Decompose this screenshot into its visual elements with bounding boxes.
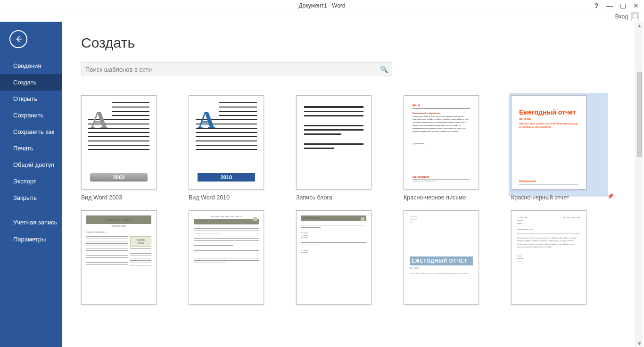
vertical-scrollbar[interactable]: ▲ ▼ [636, 22, 643, 347]
scroll-up-icon[interactable]: ▲ [636, 22, 643, 29]
template-resume2[interactable]: XXXXXXXXXXXXXXXXXXXXXXXXX [189, 210, 283, 309]
sidebar-item-new[interactable]: Создать [0, 74, 62, 91]
sidebar-item-saveas[interactable]: Сохранить как [0, 124, 62, 140]
report-title: Ежегодный отчет [519, 109, 578, 116]
template-word2003[interactable]: A 2003 Вид Word 2003 [81, 95, 175, 201]
sidebar-item-options[interactable]: Параметры [0, 231, 62, 248]
template-search[interactable]: 🔍 [81, 62, 392, 76]
report-desc: [Введите здесь краткое описание и ключев… [519, 122, 578, 128]
template-blog[interactable]: Запись блога [296, 95, 390, 201]
report-subtitle: ФГ [Год] [519, 117, 578, 120]
sidebar-item-print[interactable]: Печать [0, 140, 62, 157]
signin-row: Вход [0, 11, 644, 22]
template-label: Вид Word 2003 [81, 194, 175, 201]
template-letter2[interactable]: XXXXXXXXxxxxxxxxxxx XXXXXXXXXXXXXX xxxxx… [511, 210, 605, 309]
search-input[interactable] [85, 66, 380, 73]
minimize-button[interactable]: — [605, 2, 614, 9]
template-label: Красно-черный отчет [511, 194, 605, 201]
back-button[interactable] [9, 30, 27, 48]
page-title: Создать [81, 35, 625, 51]
window-title: Документ1 - Word [298, 2, 345, 9]
sidebar-item-close[interactable]: Закрыть [0, 190, 62, 206]
year-badge: 2010 [198, 173, 255, 182]
sidebar-item-open[interactable]: Открыть [0, 91, 62, 107]
backstage-main: Создать 🔍 A 2003 Вид Word 2003 A 201 [62, 22, 644, 347]
template-redblack-letter[interactable]: [Дата] Уважаемый получатель, Lorem ipsum… [404, 95, 498, 201]
template-resume1[interactable]: XXXXXXX XXXX XXXXXXX XXXX XXXXXXX XXXXXX… [81, 210, 175, 309]
sidebar-item-account[interactable]: Учетная запись [0, 214, 62, 231]
template-label: Красно-черное письмо [404, 194, 498, 201]
template-bluereport[interactable]: xxxxxxxxxxxxxxxxxxxx ЕЖЕГОДНЫЙ ОТЧЕТ ФГ … [404, 210, 498, 309]
sidebar-item-save[interactable]: Сохранить [0, 107, 62, 124]
year-badge: 2003 [90, 173, 148, 182]
template-label: Вид Word 2010 [189, 194, 283, 201]
sidebar-item-share[interactable]: Общий доступ [0, 157, 62, 173]
help-icon[interactable]: ? [592, 2, 601, 9]
pin-icon[interactable]: 📌 [607, 193, 614, 199]
bluereport-band: ЕЖЕГОДНЫЙ ОТЧЕТ [410, 256, 473, 265]
avatar-icon[interactable] [631, 12, 639, 21]
template-gallery: A 2003 Вид Word 2003 A 2010 Вид Word 201… [81, 95, 625, 309]
letter-a-icon: A [198, 106, 215, 134]
backstage-sidebar: Сведения Создать Открыть Сохранить Сохра… [0, 22, 62, 347]
search-icon[interactable]: 🔍 [380, 66, 388, 73]
scroll-down-icon[interactable]: ▼ [636, 339, 643, 347]
letter-a-icon: A [90, 106, 108, 134]
template-label: Запись блога [296, 194, 390, 201]
report-org: [Организация] [519, 180, 536, 182]
signin-link[interactable]: Вход [615, 13, 628, 20]
maximize-button[interactable]: ▢ [619, 2, 627, 9]
template-word2010[interactable]: A 2010 Вид Word 2010 [189, 95, 283, 201]
sidebar-separator [8, 210, 54, 210]
scroll-thumb[interactable] [637, 72, 642, 157]
titlebar: Документ1 - Word ? — ▢ ✕ [0, 0, 644, 11]
scroll-track[interactable] [636, 29, 643, 339]
close-button[interactable]: ✕ [632, 2, 640, 9]
bluereport-sub: ФГ [Год] [410, 266, 473, 269]
template-redblack-report[interactable]: Ежегодный отчет ФГ [Год] [Введите здесь … [511, 95, 605, 201]
template-resume3[interactable]: XXXXXXXX • xxxxxx• xxxxxx• xxxxxx • xxxx… [296, 210, 390, 309]
sidebar-item-info[interactable]: Сведения [0, 58, 62, 74]
sidebar-item-export[interactable]: Экспорт [0, 173, 62, 190]
